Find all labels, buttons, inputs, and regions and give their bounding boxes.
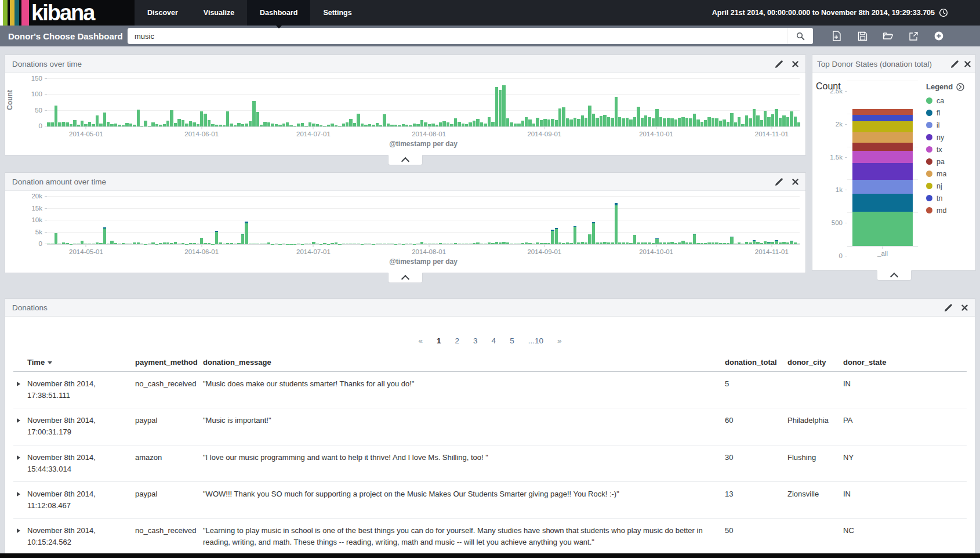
bar[interactable] bbox=[241, 79, 244, 126]
bar[interactable] bbox=[514, 79, 517, 126]
bar[interactable] bbox=[469, 79, 471, 126]
column-header-payment-method[interactable]: payment_method bbox=[132, 353, 199, 372]
next-page-button[interactable]: » bbox=[557, 336, 562, 345]
bar[interactable] bbox=[585, 197, 587, 244]
bar[interactable] bbox=[50, 197, 53, 244]
bar[interactable] bbox=[771, 79, 774, 126]
bar[interactable] bbox=[125, 79, 128, 126]
bar[interactable] bbox=[55, 197, 57, 244]
bar[interactable] bbox=[271, 79, 274, 126]
bar[interactable] bbox=[551, 79, 554, 126]
legend-item-nj[interactable]: nj bbox=[926, 180, 972, 192]
bar[interactable] bbox=[364, 79, 367, 126]
bar[interactable] bbox=[794, 79, 797, 126]
bar[interactable] bbox=[349, 197, 352, 244]
bar[interactable] bbox=[323, 79, 326, 126]
bar[interactable] bbox=[615, 79, 618, 126]
collapse-panel-button[interactable] bbox=[877, 270, 912, 281]
bar[interactable] bbox=[689, 79, 692, 126]
bar[interactable] bbox=[790, 197, 793, 244]
page-link-4[interactable]: 4 bbox=[492, 336, 496, 345]
bar[interactable] bbox=[581, 197, 584, 244]
bar[interactable] bbox=[723, 197, 725, 244]
bar[interactable] bbox=[465, 197, 468, 244]
bar[interactable] bbox=[140, 79, 143, 126]
bar[interactable] bbox=[62, 197, 65, 244]
bar[interactable] bbox=[77, 79, 80, 126]
bar[interactable] bbox=[574, 79, 576, 126]
bar[interactable] bbox=[540, 79, 543, 126]
bar[interactable] bbox=[428, 197, 431, 244]
bar[interactable] bbox=[338, 79, 341, 126]
bar[interactable] bbox=[129, 79, 132, 126]
bar[interactable] bbox=[674, 197, 677, 244]
open-dashboard-button[interactable] bbox=[881, 30, 894, 42]
bar[interactable] bbox=[685, 197, 688, 244]
bar[interactable] bbox=[368, 197, 371, 244]
bar[interactable] bbox=[633, 79, 636, 126]
bar[interactable] bbox=[289, 79, 292, 126]
bar[interactable] bbox=[693, 79, 696, 126]
bar[interactable] bbox=[151, 197, 154, 244]
bar[interactable] bbox=[107, 79, 110, 126]
bar[interactable] bbox=[286, 197, 289, 244]
bar[interactable] bbox=[555, 79, 558, 126]
bar[interactable] bbox=[633, 197, 636, 244]
page-link-5[interactable]: 5 bbox=[510, 336, 514, 345]
bar[interactable] bbox=[420, 79, 423, 126]
bar[interactable] bbox=[786, 79, 789, 126]
bar[interactable] bbox=[282, 79, 285, 126]
bar[interactable] bbox=[62, 79, 65, 126]
bar[interactable] bbox=[312, 79, 315, 126]
bar[interactable] bbox=[390, 79, 393, 126]
bar[interactable] bbox=[182, 197, 184, 244]
bar[interactable] bbox=[118, 197, 121, 244]
bar[interactable] bbox=[797, 197, 800, 244]
bar[interactable] bbox=[585, 79, 587, 126]
expand-row-icon[interactable] bbox=[17, 418, 20, 423]
bar[interactable] bbox=[338, 197, 341, 244]
bar[interactable] bbox=[566, 79, 569, 126]
bar[interactable] bbox=[775, 197, 778, 244]
bar[interactable] bbox=[327, 197, 330, 244]
bar[interactable] bbox=[308, 197, 311, 244]
bar[interactable] bbox=[47, 79, 50, 126]
bar[interactable] bbox=[125, 197, 128, 244]
bar[interactable] bbox=[641, 79, 644, 126]
bar[interactable] bbox=[376, 79, 379, 126]
bar[interactable] bbox=[204, 197, 206, 244]
bar[interactable] bbox=[301, 197, 304, 244]
share-dashboard-button[interactable] bbox=[907, 30, 920, 42]
bar[interactable] bbox=[278, 197, 281, 244]
bar[interactable] bbox=[323, 197, 326, 244]
time-range-picker[interactable]: April 21st 2014, 00:00:00.000 to Novembe… bbox=[712, 0, 980, 26]
bar[interactable] bbox=[447, 79, 449, 126]
tab-discover[interactable]: Discover bbox=[135, 0, 191, 26]
bar[interactable] bbox=[353, 197, 356, 244]
bar[interactable] bbox=[267, 197, 270, 244]
bar[interactable] bbox=[442, 79, 445, 126]
bar[interactable] bbox=[383, 197, 386, 244]
bar[interactable] bbox=[528, 79, 531, 126]
bar[interactable] bbox=[723, 79, 725, 126]
bar[interactable] bbox=[447, 197, 449, 244]
bar[interactable] bbox=[738, 197, 741, 244]
bar[interactable] bbox=[782, 197, 785, 244]
bar[interactable] bbox=[335, 79, 337, 126]
bar[interactable] bbox=[473, 197, 476, 244]
bar[interactable] bbox=[678, 197, 681, 244]
bar[interactable] bbox=[484, 79, 487, 126]
bar[interactable] bbox=[387, 79, 390, 126]
close-panel-icon[interactable] bbox=[964, 61, 971, 67]
bar[interactable] bbox=[764, 197, 767, 244]
search-button[interactable] bbox=[787, 28, 813, 44]
bar[interactable] bbox=[346, 197, 349, 244]
bar[interactable] bbox=[540, 197, 543, 244]
bar[interactable] bbox=[615, 197, 618, 244]
bar[interactable] bbox=[70, 79, 72, 126]
bar[interactable] bbox=[659, 197, 662, 244]
legend-item-ma[interactable]: ma bbox=[926, 168, 972, 180]
bar[interactable] bbox=[133, 79, 136, 126]
close-panel-icon[interactable] bbox=[792, 179, 798, 185]
bar[interactable] bbox=[655, 79, 658, 126]
